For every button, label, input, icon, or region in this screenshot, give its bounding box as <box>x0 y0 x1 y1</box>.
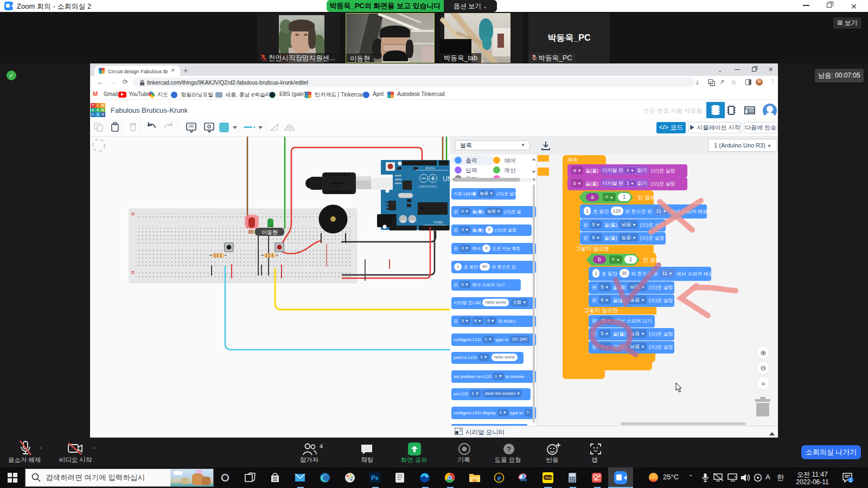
svg-text:+: + <box>322 228 325 233</box>
svg-text:POWER: POWER <box>433 221 443 224</box>
svg-text:DIGITAL: DIGITAL <box>426 167 436 170</box>
svg-text:1: 1 <box>849 478 852 483</box>
svg-text:e: e <box>497 473 501 482</box>
svg-text:a: a <box>710 80 712 84</box>
svg-text:ARDUINO: ARDUINO <box>419 185 437 188</box>
svg-text:UN: UN <box>443 175 450 183</box>
svg-text:이동현: 이동현 <box>261 229 278 235</box>
svg-text:−: − <box>342 228 344 233</box>
svg-text:?: ? <box>507 445 511 453</box>
